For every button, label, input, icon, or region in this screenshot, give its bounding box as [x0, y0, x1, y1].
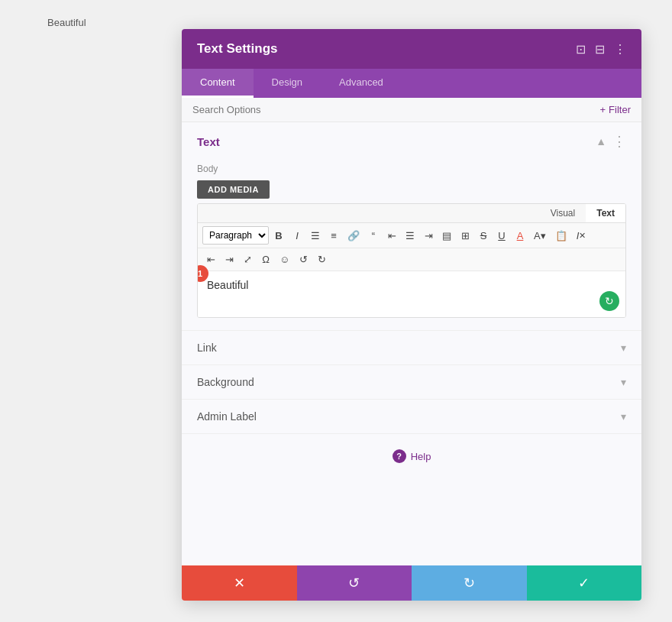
- editor-mode-tabs: Visual Text: [198, 204, 625, 223]
- page-background-label: Beautiful: [47, 17, 86, 28]
- blockquote-button[interactable]: “: [365, 228, 382, 244]
- plus-icon: +: [600, 104, 606, 115]
- link-section-title: Link: [197, 342, 217, 354]
- paste-special-button[interactable]: 📋: [551, 228, 571, 244]
- modal-header: Text Settings ⊡ ⊟ ⋮: [182, 29, 641, 69]
- outdent-button[interactable]: ⇤: [202, 251, 219, 267]
- help-icon[interactable]: ?: [393, 449, 406, 463]
- tab-design[interactable]: Design: [254, 69, 321, 98]
- editor-tab-text[interactable]: Text: [586, 204, 625, 222]
- align-justify-button[interactable]: ▤: [438, 228, 455, 244]
- emoji-button[interactable]: ☺: [276, 251, 293, 267]
- responsive-icon[interactable]: ⊡: [576, 42, 586, 57]
- paragraph-select[interactable]: Paragraph: [202, 226, 269, 245]
- text-settings-modal: Text Settings ⊡ ⊟ ⋮ Content Design Advan…: [182, 29, 641, 601]
- help-label[interactable]: Help: [411, 451, 431, 462]
- text-section-more-icon[interactable]: ⋮: [612, 133, 626, 150]
- text-section-title: Text: [197, 135, 220, 148]
- link-section-chevron-icon: ▾: [621, 342, 626, 354]
- sync-button[interactable]: ↻: [599, 291, 619, 311]
- undo-button[interactable]: ↺: [295, 251, 312, 267]
- search-options-input[interactable]: [192, 104, 600, 115]
- columns-icon[interactable]: ⊟: [595, 42, 605, 57]
- admin-label-section-chevron-icon: ▾: [621, 410, 626, 423]
- search-bar: + Filter: [182, 98, 641, 122]
- ordered-list-button[interactable]: ≡: [325, 228, 342, 244]
- body-label: Body: [197, 164, 626, 174]
- text-section-collapse-icon: ▲: [596, 135, 606, 147]
- text-color-button[interactable]: A: [512, 228, 528, 244]
- indent-button[interactable]: ⇥: [221, 251, 237, 267]
- tab-advanced[interactable]: Advanced: [321, 69, 402, 98]
- editor-wrapper: Visual Text Paragraph B I ☰ ≡ 🔗 “: [197, 203, 626, 318]
- special-char-button[interactable]: Ω: [257, 251, 274, 267]
- editor-tab-visual[interactable]: Visual: [540, 204, 586, 222]
- help-row: ? Help: [182, 434, 641, 478]
- strikethrough-button[interactable]: S: [475, 228, 492, 244]
- underline-button[interactable]: U: [493, 228, 510, 244]
- modal-footer: ✕ ↺ ↻ ✓: [182, 565, 641, 601]
- save-button[interactable]: ✓: [527, 565, 642, 601]
- italic-button[interactable]: I: [289, 228, 305, 244]
- link-button[interactable]: 🔗: [344, 228, 363, 244]
- editor-text-content[interactable]: Beautiful: [207, 279, 616, 291]
- editor-area[interactable]: 1 Beautiful ↻: [198, 271, 625, 317]
- bold-button[interactable]: B: [270, 228, 287, 244]
- editor-toolbar: Paragraph B I ☰ ≡ 🔗 “ ⇤ ☰ ⇥ ▤ ⊞ S: [198, 223, 625, 248]
- cancel-button[interactable]: ✕: [182, 565, 297, 601]
- undo-footer-button[interactable]: ↺: [297, 565, 412, 601]
- table-button[interactable]: ⊞: [457, 228, 473, 244]
- text-section: Text ▲ ⋮ Body ADD MEDIA Visual Text: [182, 122, 641, 331]
- fullscreen-button[interactable]: ⤢: [239, 251, 256, 267]
- text-section-header[interactable]: Text ▲ ⋮: [182, 122, 641, 160]
- unordered-list-button[interactable]: ☰: [307, 228, 324, 244]
- filter-button[interactable]: + Filter: [600, 104, 631, 115]
- link-section-header[interactable]: Link ▾: [182, 331, 641, 365]
- more-options-icon[interactable]: ⋮: [614, 42, 626, 57]
- redo-button[interactable]: ↻: [313, 251, 330, 267]
- modal-header-actions: ⊡ ⊟ ⋮: [576, 42, 626, 57]
- text-section-header-actions: ▲ ⋮: [596, 133, 626, 150]
- text-section-content: Body ADD MEDIA Visual Text Paragraph B I: [182, 160, 641, 330]
- tab-content[interactable]: Content: [182, 69, 254, 98]
- editor-toolbar-row2: ⇤ ⇥ ⤢ Ω ☺ ↺ ↻: [198, 248, 625, 271]
- admin-label-section-title: Admin Label: [197, 410, 257, 423]
- modal-body: Text ▲ ⋮ Body ADD MEDIA Visual Text: [182, 122, 641, 565]
- add-media-button[interactable]: ADD MEDIA: [197, 180, 270, 199]
- align-center-button[interactable]: ☰: [402, 228, 418, 244]
- background-section-chevron-icon: ▾: [621, 376, 626, 388]
- admin-label-section-header[interactable]: Admin Label ▾: [182, 400, 641, 434]
- background-section-title: Background: [197, 376, 254, 388]
- align-right-button[interactable]: ⇥: [420, 228, 437, 244]
- redo-footer-button[interactable]: ↻: [412, 565, 527, 601]
- clear-format-button[interactable]: I✕: [573, 228, 590, 244]
- align-left-button[interactable]: ⇤: [383, 228, 400, 244]
- modal-title: Text Settings: [197, 41, 277, 57]
- background-section-header[interactable]: Background ▾: [182, 365, 641, 400]
- text-highlight-button[interactable]: A▾: [530, 228, 550, 244]
- modal-tabs: Content Design Advanced: [182, 69, 641, 98]
